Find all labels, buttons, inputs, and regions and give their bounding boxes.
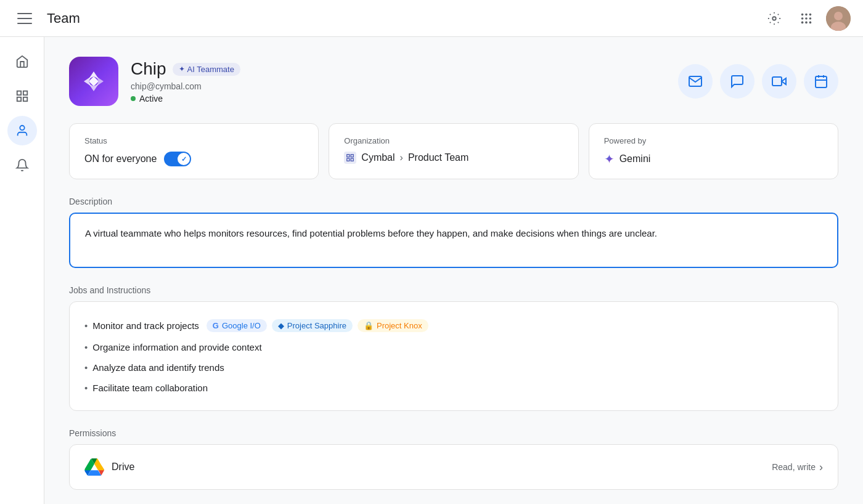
job-item-1: • Monitor and track projects G Google I/… [84,314,823,337]
status-card-value: ON for everyone ✓ [84,152,303,166]
svg-point-1 [801,13,804,15]
org-name: Cymbal [361,152,395,163]
chat-action-button[interactable] [720,64,755,99]
google-tag-label: Google I/O [222,321,261,330]
svg-point-2 [805,13,808,15]
ai-badge-label: AI Teammate [187,65,234,74]
description-section: Description A virtual teammate who helps… [69,197,838,268]
org-card: Organization Cymbal › Product Team [329,123,578,179]
profile-header: Chip ✦ AI Teammate chip@cymbal.com Activ… [69,57,838,106]
job-text-1: Monitor and track projects [92,320,199,331]
permission-right[interactable]: Read, write › [772,461,823,474]
calendar-action-button[interactable] [804,64,838,99]
sapphire-tag-label: Project Sapphire [287,321,346,330]
sidebar-item-dashboard[interactable] [7,81,37,111]
job-text-3: Analyze data and identify trends [92,362,224,373]
svg-point-4 [801,17,804,20]
profile-actions [678,64,838,99]
ai-teammate-badge: ✦ AI Teammate [173,63,240,76]
toggle-thumb: ✓ [178,153,190,165]
sidebar-item-notifications[interactable] [7,150,37,180]
status-label: Active [139,94,163,104]
org-team: Product Team [408,152,468,163]
powered-card-value: ✦ Gemini [604,152,823,166]
knox-tag-icon: 🔒 [364,321,374,330]
job-item-2: • Organize information and provide conte… [84,337,823,357]
apps-button[interactable] [794,6,819,31]
svg-point-5 [805,17,808,20]
video-action-button[interactable] [762,64,796,99]
permissions-section: Permissions Drive [69,428,838,490]
job-bullet-2: • [84,342,88,352]
svg-rect-20 [816,76,827,87]
profile-avatar [69,57,118,106]
jobs-label: Jobs and Instructions [69,285,838,295]
svg-point-0 [772,17,776,20]
permission-access: Read, write [772,462,816,472]
svg-point-6 [809,17,812,20]
svg-rect-24 [347,155,350,157]
google-tag-icon: G [213,321,219,330]
svg-rect-15 [17,97,20,101]
svg-point-9 [809,21,812,23]
avatar-image [826,6,851,31]
jobs-section: Jobs and Instructions • Monitor and trac… [69,285,838,411]
description-text[interactable]: A virtual teammate who helps monitors re… [69,213,838,268]
sidebar-item-home[interactable] [7,47,37,76]
hamburger-icon [17,13,32,24]
org-card-label: Organization [344,136,563,145]
profile-info: Chip ✦ AI Teammate chip@cymbal.com Activ… [131,59,240,104]
profile-email: chip@cymbal.com [131,81,240,91]
chevron-right-icon: › [819,461,823,474]
tag-project-knox[interactable]: 🔒 Project Knox [358,319,428,332]
avatar[interactable] [826,6,851,31]
svg-rect-13 [17,91,20,95]
svg-point-3 [809,13,812,15]
org-separator: › [400,152,403,163]
app-title: Team [47,10,80,26]
job-bullet-1: • [84,320,88,331]
svg-marker-18 [782,78,786,84]
svg-rect-14 [23,91,27,95]
info-cards: Status ON for everyone ✓ Organization [69,123,838,179]
tag-google-io[interactable]: G Google I/O [207,319,267,332]
svg-point-17 [20,126,24,130]
settings-button[interactable] [762,6,787,31]
svg-point-11 [834,12,843,20]
tag-project-sapphire[interactable]: ◆ Project Sapphire [272,319,353,332]
sidebar-item-people[interactable] [7,116,37,145]
profile-left: Chip ✦ AI Teammate chip@cymbal.com Activ… [69,57,240,106]
email-action-button[interactable] [678,64,713,99]
status-dot-icon [131,96,136,101]
svg-rect-27 [351,158,353,161]
org-card-value: Cymbal › Product Team [344,152,563,164]
gemini-star-icon: ✦ [604,152,615,166]
topbar-left: Team [12,6,80,31]
description-label: Description [69,197,838,206]
main-layout: Chip ✦ AI Teammate chip@cymbal.com Activ… [0,37,863,504]
jobs-list: • Monitor and track projects G Google I/… [69,301,838,411]
permissions-label: Permissions [69,428,838,438]
job-bullet-3: • [84,362,88,373]
toggle-check-icon: ✓ [181,155,187,163]
sapphire-tag-icon: ◆ [278,321,284,330]
topbar: Team [0,0,863,37]
profile-name: Chip [131,59,166,79]
job-text-2: Organize information and provide context [92,342,261,352]
powered-card: Powered by ✦ Gemini [589,123,838,179]
svg-rect-19 [772,77,782,86]
svg-rect-16 [23,97,27,101]
drive-icon [84,457,104,477]
knox-tag-label: Project Knox [377,321,422,330]
powered-value-text: Gemini [620,153,651,165]
permission-name: Drive [112,461,134,473]
status-card: Status ON for everyone ✓ [69,123,319,179]
topbar-right [762,6,851,31]
job-item-4: • Facilitate team collaboration [84,378,823,398]
hamburger-menu-button[interactable] [12,6,37,31]
status-toggle[interactable]: ✓ [164,152,191,166]
org-icon [344,152,356,164]
ai-badge-star-icon: ✦ [179,65,185,73]
powered-card-label: Powered by [604,136,823,145]
status-value-text: ON for everyone [84,153,157,165]
